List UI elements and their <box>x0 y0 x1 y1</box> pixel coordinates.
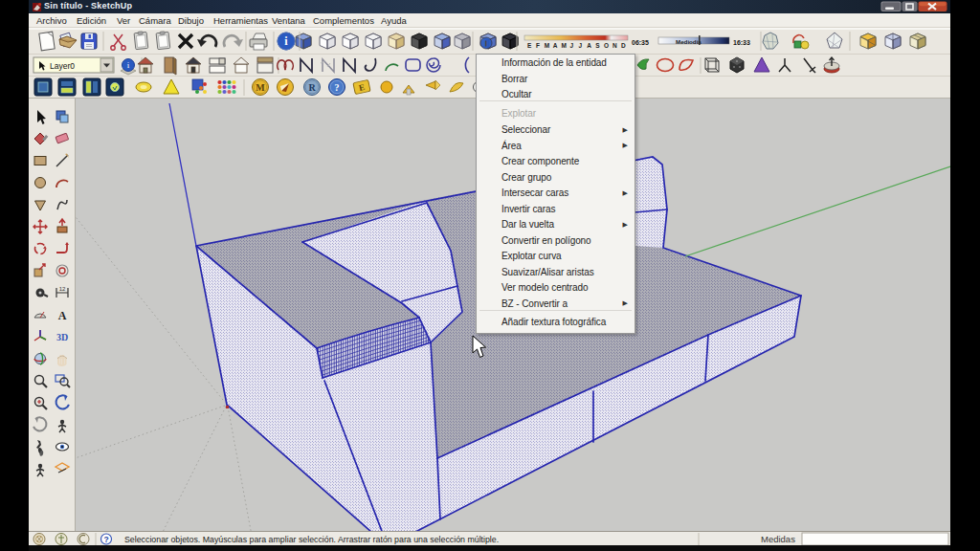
svg-text:R: R <box>308 82 316 93</box>
svg-text:M: M <box>562 42 567 49</box>
svg-text:16:33: 16:33 <box>733 39 750 46</box>
svg-text:A: A <box>553 42 558 49</box>
svg-text:A: A <box>587 42 591 49</box>
svg-text:E: E <box>527 42 532 49</box>
svg-text:06:35: 06:35 <box>632 39 649 46</box>
svg-text:3D: 3D <box>56 332 68 342</box>
svg-text:M: M <box>256 82 265 93</box>
svg-text:Mediodía: Mediodía <box>676 38 702 45</box>
svg-text:N: N <box>612 42 617 49</box>
svg-text:Seleccionar objetos. Mayúscula: Seleccionar objetos. Mayúsculas para amp… <box>124 535 499 544</box>
svg-text:Layer0: Layer0 <box>50 61 75 71</box>
svg-text:D: D <box>621 42 626 49</box>
svg-text:S: S <box>595 42 600 49</box>
svg-text:A: A <box>58 309 67 322</box>
svg-text:i: i <box>485 39 487 48</box>
svg-text:J: J <box>570 42 574 49</box>
svg-text:J: J <box>578 42 582 49</box>
svg-text:?: ? <box>335 82 340 93</box>
svg-text:?: ? <box>103 535 108 544</box>
svg-text:Medidas: Medidas <box>761 534 795 544</box>
svg-text:M: M <box>545 42 549 49</box>
svg-text:12: 12 <box>59 286 66 292</box>
svg-text:O: O <box>604 42 609 49</box>
svg-text:F: F <box>536 42 540 49</box>
